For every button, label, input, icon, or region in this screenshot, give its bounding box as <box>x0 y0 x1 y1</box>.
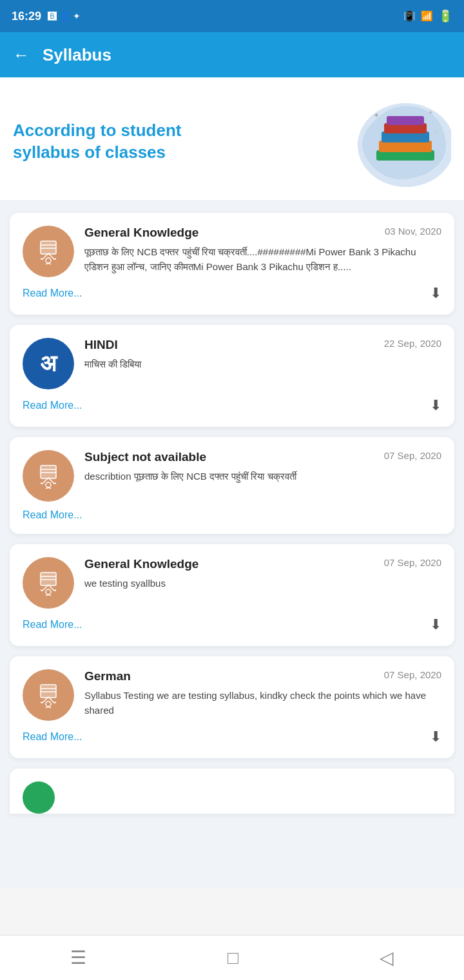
card-title: General Knowledge <box>84 226 378 240</box>
download-icon[interactable]: ⬇ <box>430 397 441 414</box>
card-description: माचिस की डिबिया <box>84 357 441 372</box>
card-content: General Knowledge 03 Nov, 2020 पूछताछ के… <box>84 226 441 274</box>
vibrate-icon: 📳 <box>403 10 416 22</box>
back-nav-icon[interactable]: ◁ <box>380 947 394 968</box>
card-content: German 07 Sep, 2020 Syllabus Testing we … <box>84 669 441 718</box>
status-bar: 16:29 🅱 👤 ✦ 📳 📶 🔋 <box>0 0 464 32</box>
card-title: General Knowledge <box>84 557 378 571</box>
card-icon-wrap <box>23 557 74 609</box>
hero-image: ✦ ✦ ✦ <box>348 97 451 187</box>
card-icon-wrap <box>23 226 74 277</box>
card-icon-wrap <box>23 450 74 502</box>
card-footer: Read More... ⬇ <box>23 285 441 302</box>
card-description: पूछताछ के लिए NCB दफ्तर पहुंचीं रिया चक्… <box>84 245 441 274</box>
hindi-icon: अ <box>40 350 57 377</box>
download-icon[interactable]: ⬇ <box>430 729 441 745</box>
card-footer: Read More... ⬇ <box>23 729 441 745</box>
download-icon[interactable]: ⬇ <box>430 616 441 633</box>
syllabus-card: General Knowledge 03 Nov, 2020 पूछताछ के… <box>10 213 454 315</box>
home-icon[interactable]: □ <box>227 948 238 968</box>
hero-section: According to student syllabus of classes… <box>0 77 464 200</box>
card-title: HINDI <box>84 338 378 352</box>
status-app-icons: 🅱 👤 ✦ <box>48 11 81 21</box>
svg-rect-13 <box>41 466 56 478</box>
read-more-link[interactable]: Read More... <box>23 288 82 299</box>
svg-point-12 <box>46 258 51 263</box>
card-icon-wrap: अ <box>23 338 74 389</box>
card-description: describtion पूछताछ के लिए NCB दफ्तर पहुं… <box>84 469 441 484</box>
card-description: Syllabus Testing we are testing syllabus… <box>84 689 441 718</box>
menu-icon[interactable]: ☰ <box>70 947 86 968</box>
svg-rect-9 <box>41 241 56 254</box>
read-more-link[interactable]: Read More... <box>23 400 82 411</box>
content-area: General Knowledge 03 Nov, 2020 पूछताछ के… <box>0 200 464 888</box>
syllabus-card: German 07 Sep, 2020 Syllabus Testing we … <box>10 656 454 758</box>
svg-point-16 <box>46 482 51 487</box>
card-content: HINDI 22 Sep, 2020 माचिस की डिबिया <box>84 338 441 372</box>
svg-text:✦: ✦ <box>428 109 433 116</box>
partial-card-icon <box>23 781 55 814</box>
svg-point-24 <box>46 701 51 707</box>
card-icon-wrap <box>23 669 74 721</box>
status-time: 16:29 <box>12 10 41 23</box>
card-date: 07 Sep, 2020 <box>384 557 441 568</box>
card-date: 22 Sep, 2020 <box>384 338 441 349</box>
card-footer: Read More... ⬇ <box>23 397 441 414</box>
svg-rect-21 <box>41 685 56 698</box>
read-more-link[interactable]: Read More... <box>23 619 82 631</box>
header: ← Syllabus <box>0 32 464 77</box>
download-icon[interactable]: ⬇ <box>430 285 441 302</box>
syllabus-card: General Knowledge 07 Sep, 2020 we testin… <box>10 544 454 646</box>
read-more-link[interactable]: Read More... <box>23 509 82 521</box>
svg-text:✦: ✦ <box>434 130 439 135</box>
svg-text:✦: ✦ <box>373 111 380 120</box>
page-title: Syllabus <box>43 45 111 65</box>
card-footer: Read More... ⬇ <box>23 616 441 633</box>
card-date: 03 Nov, 2020 <box>385 226 441 237</box>
wifi-icon: 📶 <box>421 10 433 22</box>
hero-title: According to student syllabus of classes <box>13 120 348 164</box>
card-content: Subject not available 07 Sep, 2020 descr… <box>84 450 441 484</box>
read-more-link[interactable]: Read More... <box>23 731 82 743</box>
syllabus-card: अ HINDI 22 Sep, 2020 माचिस की डिबिया Rea… <box>10 325 454 427</box>
card-footer: Read More... <box>23 509 441 521</box>
bottom-nav: ☰ □ ◁ <box>0 935 464 980</box>
svg-rect-17 <box>41 573 56 585</box>
partial-card <box>10 769 454 814</box>
svg-rect-5 <box>387 116 424 125</box>
back-button[interactable]: ← <box>13 45 30 65</box>
card-date: 07 Sep, 2020 <box>384 669 441 680</box>
hero-text: According to student syllabus of classes <box>13 120 348 164</box>
card-description: we testing syallbus <box>84 576 441 591</box>
syllabus-card: Subject not available 07 Sep, 2020 descr… <box>10 437 454 534</box>
card-content: General Knowledge 07 Sep, 2020 we testin… <box>84 557 441 591</box>
card-title: Subject not available <box>84 450 378 464</box>
battery-icon: 🔋 <box>438 9 452 23</box>
status-right-icons: 📳 📶 🔋 <box>403 9 452 23</box>
svg-point-20 <box>46 589 51 594</box>
card-date: 07 Sep, 2020 <box>384 450 441 461</box>
card-title: German <box>84 669 378 683</box>
